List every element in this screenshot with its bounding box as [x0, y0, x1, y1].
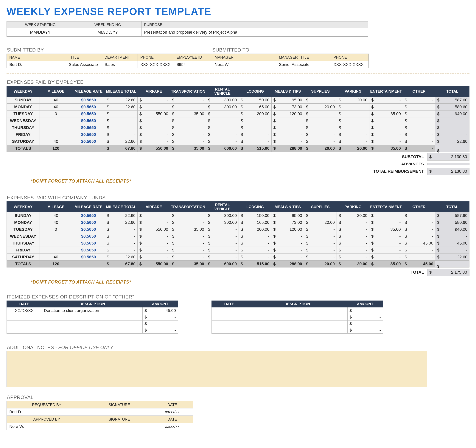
sup-cell[interactable]: -: [304, 97, 337, 104]
lodg-cell[interactable]: 150.00: [239, 212, 272, 219]
dept-value[interactable]: Sales: [102, 61, 138, 68]
sup-cell[interactable]: -: [304, 131, 337, 138]
sup-cell[interactable]: -: [304, 247, 337, 254]
air-cell[interactable]: -: [137, 254, 170, 261]
air-cell[interactable]: -: [137, 247, 170, 254]
item-desc[interactable]: [247, 307, 348, 314]
rent-cell[interactable]: -: [206, 226, 239, 233]
rent-cell[interactable]: -: [206, 233, 239, 240]
mileage-cell[interactable]: [40, 247, 72, 254]
approved-date-value[interactable]: xx/xx/xx: [152, 423, 193, 430]
air-cell[interactable]: 550.00: [137, 226, 170, 233]
park-cell[interactable]: -: [337, 124, 369, 131]
lodg-cell[interactable]: -: [239, 233, 272, 240]
item-desc[interactable]: [42, 321, 143, 327]
park-cell[interactable]: -: [337, 138, 369, 145]
lodg-cell[interactable]: -: [239, 131, 272, 138]
ent-cell[interactable]: -: [369, 131, 403, 138]
lodg-cell[interactable]: 165.00: [239, 104, 272, 111]
item-amount[interactable]: 45.00: [143, 307, 178, 314]
mileage-cell[interactable]: 40: [40, 104, 72, 111]
mileage-cell[interactable]: [40, 117, 72, 124]
lodg-cell[interactable]: 150.00: [239, 97, 272, 104]
ent-cell[interactable]: -: [369, 254, 403, 261]
park-cell[interactable]: -: [337, 131, 369, 138]
lodg-cell[interactable]: -: [239, 138, 272, 145]
ent-cell[interactable]: -: [369, 219, 403, 226]
sup-cell[interactable]: -: [304, 233, 337, 240]
air-cell[interactable]: -: [137, 233, 170, 240]
rent-cell[interactable]: -: [206, 240, 239, 247]
trans-cell[interactable]: -: [170, 97, 206, 104]
mileage-cell[interactable]: 40: [40, 97, 72, 104]
lodg-cell[interactable]: 165.00: [239, 219, 272, 226]
approved-sig-value[interactable]: [87, 423, 152, 430]
rent-cell[interactable]: 300.00: [206, 104, 239, 111]
oth-cell[interactable]: -: [403, 219, 435, 226]
meal-cell[interactable]: -: [272, 254, 304, 261]
item-date[interactable]: [7, 327, 42, 334]
oth-cell[interactable]: -: [403, 212, 435, 219]
oth-cell[interactable]: -: [403, 226, 435, 233]
air-cell[interactable]: 550.00: [137, 111, 170, 117]
air-cell[interactable]: -: [137, 97, 170, 104]
air-cell[interactable]: -: [137, 138, 170, 145]
ent-cell[interactable]: -: [369, 212, 403, 219]
trans-cell[interactable]: -: [170, 138, 206, 145]
park-cell[interactable]: -: [337, 226, 369, 233]
requested-sig-value[interactable]: [87, 408, 152, 416]
trans-cell[interactable]: -: [170, 240, 206, 247]
mileage-cell[interactable]: 0: [40, 226, 72, 233]
trans-cell[interactable]: 35.00: [170, 226, 206, 233]
oth-cell[interactable]: -: [403, 117, 435, 124]
trans-cell[interactable]: -: [170, 104, 206, 111]
sup-cell[interactable]: -: [304, 138, 337, 145]
park-cell[interactable]: 20.00: [337, 97, 369, 104]
meal-cell[interactable]: -: [272, 233, 304, 240]
park-cell[interactable]: -: [337, 111, 369, 117]
mileage-cell[interactable]: 40: [40, 254, 72, 261]
ent-cell[interactable]: 35.00: [369, 226, 403, 233]
item-desc[interactable]: [42, 314, 143, 321]
park-cell[interactable]: -: [337, 219, 369, 226]
sup-cell[interactable]: 20.00: [304, 219, 337, 226]
mileage-cell[interactable]: 40: [40, 138, 72, 145]
sup-cell[interactable]: -: [304, 124, 337, 131]
park-cell[interactable]: -: [337, 233, 369, 240]
ent-cell[interactable]: -: [369, 240, 403, 247]
ent-cell[interactable]: -: [369, 233, 403, 240]
item-date[interactable]: [7, 314, 42, 321]
sup-cell[interactable]: -: [304, 254, 337, 261]
rent-cell[interactable]: -: [206, 131, 239, 138]
name-value[interactable]: Bert D.: [7, 61, 66, 68]
mgr-title-value[interactable]: Senior Associate: [276, 61, 331, 68]
item-amount[interactable]: -: [348, 314, 383, 321]
meal-cell[interactable]: -: [272, 124, 304, 131]
trans-cell[interactable]: -: [170, 219, 206, 226]
ent-cell[interactable]: -: [369, 247, 403, 254]
item-desc[interactable]: [42, 327, 143, 334]
trans-cell[interactable]: -: [170, 233, 206, 240]
oth-cell[interactable]: -: [403, 104, 435, 111]
trans-cell[interactable]: -: [170, 212, 206, 219]
oth-cell[interactable]: -: [403, 124, 435, 131]
notes-box[interactable]: [6, 351, 427, 387]
park-cell[interactable]: 20.00: [337, 212, 369, 219]
sup-cell[interactable]: -: [304, 111, 337, 117]
requested-date-value[interactable]: xx/xx/xx: [152, 408, 193, 416]
ent-cell[interactable]: -: [369, 124, 403, 131]
ent-cell[interactable]: -: [369, 117, 403, 124]
meal-cell[interactable]: -: [272, 131, 304, 138]
lodg-cell[interactable]: -: [239, 247, 272, 254]
air-cell[interactable]: -: [137, 212, 170, 219]
park-cell[interactable]: -: [337, 254, 369, 261]
ent-cell[interactable]: 35.00: [369, 111, 403, 117]
trans-cell[interactable]: -: [170, 254, 206, 261]
rent-cell[interactable]: -: [206, 254, 239, 261]
trans-cell[interactable]: -: [170, 124, 206, 131]
meal-cell[interactable]: -: [272, 117, 304, 124]
mileage-cell[interactable]: [40, 233, 72, 240]
lodg-cell[interactable]: 200.00: [239, 226, 272, 233]
oth-cell[interactable]: -: [403, 111, 435, 117]
lodg-cell[interactable]: -: [239, 240, 272, 247]
